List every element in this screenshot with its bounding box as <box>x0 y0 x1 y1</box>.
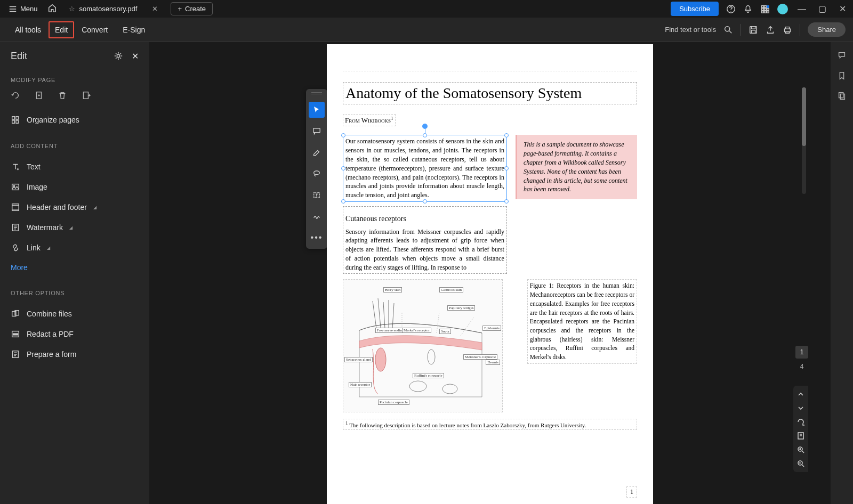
drag-handle-icon[interactable] <box>311 92 322 94</box>
more-tools-button[interactable]: ••• <box>309 230 325 246</box>
draw-tool-button[interactable] <box>309 166 325 182</box>
current-page[interactable]: 1 <box>795 346 808 359</box>
print-icon[interactable] <box>783 25 792 35</box>
upload-icon[interactable] <box>766 25 775 35</box>
sign-tool-button[interactable] <box>309 208 325 224</box>
resize-handle[interactable] <box>423 199 427 204</box>
other-options-label: OTHER OPTIONS <box>11 290 139 296</box>
page-subtitle[interactable]: From Wikibooks1 <box>343 114 396 126</box>
find-label[interactable]: Find text or tools <box>665 26 716 34</box>
text-block[interactable]: Cutaneous receptors Sensory information … <box>343 206 507 274</box>
avatar[interactable] <box>777 4 788 14</box>
add-text-button[interactable]: Text <box>11 157 139 177</box>
resize-handle[interactable] <box>504 133 509 137</box>
apps-icon[interactable] <box>760 4 770 14</box>
svg-rect-9 <box>767 11 769 13</box>
resize-handle[interactable] <box>341 199 345 204</box>
rotate-icon[interactable] <box>11 91 20 100</box>
divider <box>741 24 741 36</box>
comment-tool-button[interactable] <box>309 123 325 139</box>
zoom-out-icon[interactable] <box>796 459 805 468</box>
menu-button[interactable]: Menu <box>4 3 42 15</box>
insert-page-icon[interactable] <box>34 91 44 100</box>
cursor-icon <box>312 105 321 114</box>
close-panel-button[interactable]: ✕ <box>132 51 139 61</box>
chevron-up-icon[interactable] <box>796 390 805 399</box>
tab-close-button[interactable]: ✕ <box>152 5 158 13</box>
share-button[interactable]: Share <box>808 22 846 37</box>
tab-convert[interactable]: Convert <box>74 19 115 40</box>
redact-label: Redact a PDF <box>27 330 74 338</box>
home-icon <box>47 3 57 13</box>
search-icon[interactable] <box>723 25 733 35</box>
bell-icon[interactable] <box>743 4 753 14</box>
scrollbar-thumb[interactable] <box>802 87 806 146</box>
home-button[interactable] <box>47 3 57 15</box>
resize-handle[interactable] <box>341 166 345 170</box>
floating-toolbar[interactable]: ••• <box>306 89 327 249</box>
comments-rail-icon[interactable] <box>837 51 847 60</box>
footnote[interactable]: 1 The following description is based on … <box>343 419 637 430</box>
extract-icon[interactable] <box>81 91 91 100</box>
chevron-down-icon[interactable] <box>796 404 805 412</box>
tab-esign[interactable]: E-Sign <box>115 19 152 40</box>
tab-all-tools[interactable]: All tools <box>7 19 49 40</box>
delete-icon[interactable] <box>58 91 67 100</box>
more-button[interactable]: More <box>11 258 139 277</box>
organize-icon <box>11 115 20 125</box>
document-area[interactable]: ••• Anatomy of the Somatosensory System … <box>149 42 831 504</box>
figure-caption[interactable]: Figure 1: Receptors in the human skin: M… <box>527 279 637 363</box>
link-icon <box>11 243 20 253</box>
highlight-tool-button[interactable] <box>309 144 325 160</box>
svg-point-30 <box>314 171 320 175</box>
combine-files-button[interactable]: Combine files <box>11 304 139 324</box>
svg-point-33 <box>375 348 386 371</box>
resize-handle[interactable] <box>504 199 509 204</box>
modify-page-label: MODIFY PAGE <box>11 77 139 83</box>
tab-edit[interactable]: Edit <box>49 21 74 38</box>
link-button[interactable]: Link ◢ <box>11 238 139 258</box>
paragraph-2: Sensory information from Meissner corpus… <box>345 227 504 272</box>
header-footer-button[interactable]: Header and footer ◢ <box>11 197 139 217</box>
figure-image[interactable]: Hairy skin Glabrous skin Papillary Ridge… <box>343 279 503 412</box>
pdf-page[interactable]: Anatomy of the Somatosensory System From… <box>327 44 653 504</box>
footnote-text: The following description is based on le… <box>348 422 586 428</box>
add-image-button[interactable]: Image <box>11 177 139 197</box>
subscribe-button[interactable]: Subscribe <box>671 2 719 16</box>
note-box[interactable]: This is a sample document to showcase pa… <box>516 135 637 199</box>
ellipsis-icon: ••• <box>311 233 323 242</box>
document-tab[interactable]: ☆ somatosensory.pdf ✕ <box>62 2 165 16</box>
rotate-handle[interactable] <box>422 124 428 129</box>
prepare-form-button[interactable]: Prepare a form <box>11 344 139 364</box>
resize-handle[interactable] <box>504 166 509 170</box>
gear-icon[interactable] <box>114 51 123 61</box>
rotate-view-icon[interactable] <box>796 418 805 426</box>
close-window-button[interactable]: ✕ <box>836 4 849 14</box>
svg-rect-15 <box>84 92 88 99</box>
watermark-button[interactable]: Watermark ◢ <box>11 217 139 238</box>
create-button[interactable]: + Create <box>171 2 213 15</box>
fit-page-icon[interactable] <box>796 432 805 440</box>
resize-handle[interactable] <box>341 133 345 137</box>
help-icon[interactable] <box>726 4 736 14</box>
maximize-button[interactable]: ▢ <box>816 4 828 14</box>
bookmarks-rail-icon[interactable] <box>837 71 847 80</box>
svg-rect-18 <box>12 120 15 123</box>
fig-label: Meissner's corpuscle <box>463 354 497 360</box>
star-icon[interactable]: ☆ <box>69 5 75 13</box>
minimize-button[interactable]: — <box>795 4 808 14</box>
thumbnails-rail-icon[interactable] <box>837 91 847 101</box>
total-pages: 4 <box>800 363 804 370</box>
zoom-in-icon[interactable] <box>796 445 805 454</box>
toolbar: All tools Edit Convert E-Sign Find text … <box>0 18 853 42</box>
text-icon <box>11 162 20 172</box>
svg-point-10 <box>725 26 730 31</box>
scrollbar[interactable] <box>802 87 806 194</box>
select-tool-button[interactable] <box>309 102 325 118</box>
selected-text-block[interactable]: Our somatosensory system consists of sen… <box>343 135 507 202</box>
redact-button[interactable]: Redact a PDF <box>11 324 139 344</box>
organize-pages-button[interactable]: Organize pages <box>11 110 139 130</box>
page-title[interactable]: Anatomy of the Somatosensory System <box>343 82 637 104</box>
textbox-tool-button[interactable] <box>309 187 325 203</box>
save-icon[interactable] <box>749 25 758 35</box>
